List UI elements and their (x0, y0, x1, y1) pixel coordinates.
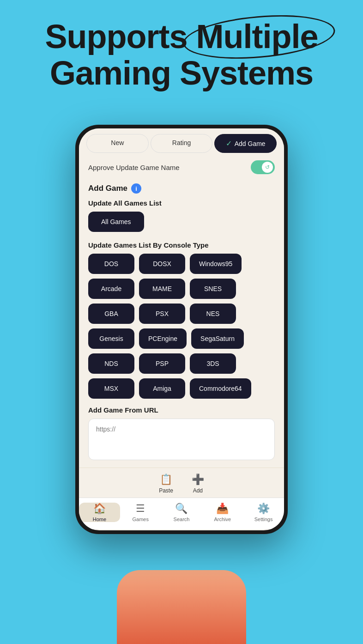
settings-icon: ⚙️ (257, 503, 270, 515)
action-buttons-row: 📋 Paste ➕ Add (79, 468, 284, 498)
url-input[interactable] (88, 419, 275, 460)
console-btn-pcengine[interactable]: PCEngine (139, 328, 187, 349)
nav-archive[interactable]: 📥 Archive (202, 503, 243, 522)
add-game-header: Add Game i (88, 183, 275, 194)
hero-section: Supports Multiple Gaming Systems (0, 0, 363, 91)
console-btn-mame[interactable]: MAME (139, 279, 185, 299)
console-btn-3ds[interactable]: 3DS (190, 353, 236, 374)
paste-label: Paste (159, 487, 173, 494)
nav-search[interactable]: 🔍 Search (161, 503, 202, 522)
toggle-knob: ↺ (262, 162, 273, 173)
top-tab-bar: New Rating ✓ Add Game (79, 128, 284, 153)
nav-archive-label: Archive (214, 516, 231, 522)
games-icon: ☰ (136, 503, 145, 515)
console-btn-commodore64[interactable]: Commodore64 (190, 378, 251, 399)
console-btn-segasaturn[interactable]: SegaSaturn (191, 328, 244, 349)
archive-icon: 📥 (216, 503, 229, 515)
console-btn-gba[interactable]: GBA (88, 304, 134, 324)
console-btn-psx[interactable]: PSX (139, 304, 185, 324)
all-games-button[interactable]: All Games (88, 212, 144, 232)
home-icon: 🏠 (93, 503, 106, 515)
approve-label: Approve Update Game Name (88, 164, 180, 171)
console-btn-windows95[interactable]: Windows95 (190, 254, 242, 274)
nav-games-label: Games (132, 516, 148, 522)
tab-add-game[interactable]: ✓ Add Game (214, 134, 277, 153)
update-by-console-label: Update Games List By Console Type (88, 241, 275, 249)
nav-games[interactable]: ☰ Games (120, 503, 161, 522)
check-icon: ✓ (226, 139, 232, 148)
approve-row: Approve Update Game Name ↺ (88, 160, 275, 174)
console-btn-nes[interactable]: NES (190, 304, 236, 324)
console-btn-arcade[interactable]: Arcade (88, 279, 134, 299)
phone-body: New Rating ✓ Add Game Approve Update Gam… (75, 125, 288, 534)
search-icon: 🔍 (175, 503, 188, 515)
console-btn-psp[interactable]: PSP (139, 353, 185, 374)
console-btn-genesis[interactable]: Genesis (88, 328, 134, 349)
nav-home[interactable]: 🏠 Home (79, 503, 120, 522)
nav-settings[interactable]: ⚙️ Settings (243, 503, 284, 522)
paste-icon: 📋 (160, 474, 172, 486)
nav-search-label: Search (174, 516, 190, 522)
console-btn-amiga[interactable]: Amiga (139, 378, 185, 399)
console-btn-dos[interactable]: DOS (88, 254, 134, 274)
console-buttons-grid: DOS DOSX Windows95 Arcade MAME SNES GBA … (88, 254, 275, 399)
add-game-title: Add Game (88, 184, 127, 193)
console-btn-nds[interactable]: NDS (88, 353, 134, 374)
add-button[interactable]: ➕ Add (192, 474, 204, 494)
paste-button[interactable]: 📋 Paste (159, 474, 173, 494)
screen-content: Approve Update Game Name ↺ Add Game i Up… (79, 153, 284, 468)
add-label: Add (193, 487, 203, 494)
nav-settings-label: Settings (254, 516, 273, 522)
info-icon[interactable]: i (131, 183, 141, 194)
phone-mockup: New Rating ✓ Add Game Approve Update Gam… (75, 125, 288, 534)
approve-toggle[interactable]: ↺ (251, 160, 275, 174)
nav-home-label: Home (93, 516, 106, 522)
bottom-navigation: 🏠 Home ☰ Games 🔍 Search 📥 Archive ⚙️ (79, 498, 284, 529)
console-btn-dosx[interactable]: DOSX (139, 254, 185, 274)
phone-screen: New Rating ✓ Add Game Approve Update Gam… (79, 128, 284, 530)
add-icon: ➕ (192, 474, 204, 486)
tab-new[interactable]: New (86, 134, 149, 153)
tab-rating[interactable]: Rating (151, 134, 213, 153)
update-all-label: Update All Games List (88, 199, 275, 207)
console-btn-msx[interactable]: MSX (88, 378, 134, 399)
url-section-label: Add Game From URL (88, 406, 275, 414)
hand-bottom-decoration (117, 570, 246, 644)
console-btn-snes[interactable]: SNES (190, 279, 236, 299)
